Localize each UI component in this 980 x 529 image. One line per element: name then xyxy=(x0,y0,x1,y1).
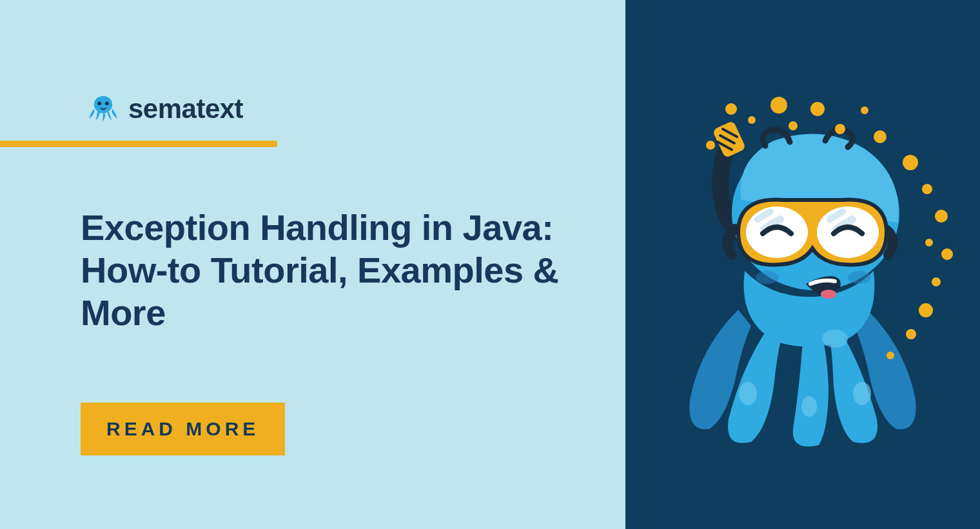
svg-point-5 xyxy=(739,382,757,405)
right-panel xyxy=(625,0,980,529)
svg-point-10 xyxy=(817,206,879,258)
svg-point-12 xyxy=(756,271,779,284)
article-title: Exception Handling in Java: How-to Tutor… xyxy=(81,206,577,334)
svg-point-9 xyxy=(746,206,808,258)
svg-point-0 xyxy=(94,96,112,114)
svg-point-2 xyxy=(105,101,109,105)
octopus-mascot-icon xyxy=(642,71,964,458)
brand-name: sematext xyxy=(128,94,243,125)
left-panel: sematext Exception Handling in Java: How… xyxy=(0,0,625,529)
accent-underline xyxy=(0,141,277,147)
octopus-logo-icon xyxy=(87,94,119,125)
svg-point-1 xyxy=(97,101,101,105)
brand-logo: sematext xyxy=(87,94,243,125)
read-more-button[interactable]: READ MORE xyxy=(81,403,285,455)
svg-point-8 xyxy=(822,330,848,348)
svg-point-6 xyxy=(801,396,817,417)
svg-point-7 xyxy=(853,382,871,405)
mascot-illustration xyxy=(642,71,964,458)
svg-point-11 xyxy=(821,290,836,299)
svg-point-13 xyxy=(848,271,871,284)
